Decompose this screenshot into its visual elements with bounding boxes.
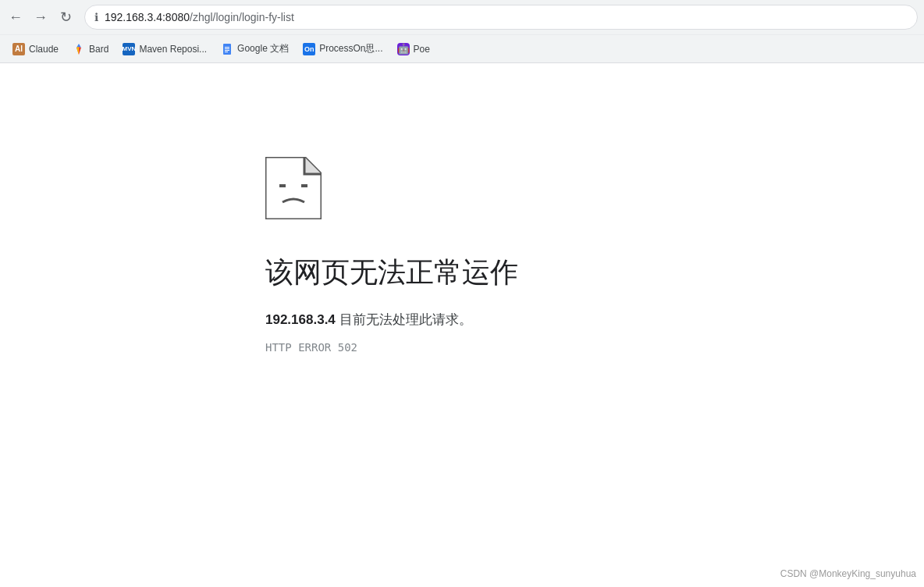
error-icon-container bbox=[265, 157, 322, 222]
url-path: /zhgl/login/login-fy-list bbox=[190, 11, 294, 23]
gdocs-icon bbox=[221, 43, 233, 55]
url-host: 192.168.3.4:8080 bbox=[105, 11, 190, 23]
svg-rect-10 bbox=[301, 184, 307, 187]
bookmark-claude[interactable]: AI Claude bbox=[6, 40, 65, 59]
bookmark-label-poe: Poe bbox=[414, 44, 430, 55]
bookmark-label-claude: Claude bbox=[29, 44, 59, 55]
bookmark-poe[interactable]: 🤖 Poe bbox=[391, 40, 436, 59]
svg-rect-9 bbox=[279, 184, 286, 187]
svg-rect-7 bbox=[225, 52, 228, 52]
claude-icon: AI bbox=[12, 43, 25, 55]
bookmark-maven[interactable]: MVN Maven Reposi... bbox=[116, 40, 213, 59]
processon-icon: On bbox=[303, 43, 315, 55]
error-file-icon bbox=[265, 157, 322, 219]
error-page: 该网页无法正常运作 192.168.3.4 目前无法处理此请求。 HTTP ER… bbox=[0, 63, 924, 587]
bookmark-label-processon: ProcessOn思... bbox=[319, 42, 382, 55]
error-code: HTTP ERROR 502 bbox=[265, 341, 357, 354]
bookmark-label-maven: Maven Reposi... bbox=[139, 44, 207, 55]
svg-rect-4 bbox=[225, 47, 229, 48]
reload-button[interactable]: ↻ bbox=[56, 8, 75, 27]
bookmark-processon[interactable]: On ProcessOn思... bbox=[297, 39, 389, 59]
maven-icon: MVN bbox=[123, 43, 135, 55]
bookmark-label-bard: Bard bbox=[89, 44, 108, 55]
security-info-icon: ℹ bbox=[94, 11, 98, 23]
error-description-text: 目前无法处理此请求。 bbox=[336, 312, 472, 327]
bookmark-label-gdocs: Google 文档 bbox=[237, 42, 289, 55]
bookmark-bard[interactable]: Bard bbox=[66, 40, 115, 59]
nav-icons: ← → ↻ bbox=[6, 8, 75, 27]
watermark: CSDN @MonkeyKing_sunyuhua bbox=[780, 568, 916, 579]
address-bar-row: ← → ↻ ℹ 192.168.3.4:8080/zhgl/login/logi… bbox=[0, 0, 924, 34]
bookmarks-bar: AI Claude Bard MVN Maven Reposi... bbox=[0, 34, 924, 62]
forward-button[interactable]: → bbox=[31, 8, 50, 27]
url-display: 192.168.3.4:8080/zhgl/login/login-fy-lis… bbox=[105, 11, 294, 23]
back-button[interactable]: ← bbox=[6, 8, 25, 27]
bard-icon bbox=[73, 43, 85, 55]
error-ip: 192.168.3.4 bbox=[265, 312, 336, 327]
error-description: 192.168.3.4 目前无法处理此请求。 bbox=[265, 311, 472, 329]
svg-rect-6 bbox=[225, 50, 229, 51]
svg-rect-5 bbox=[225, 48, 229, 49]
poe-icon: 🤖 bbox=[397, 43, 410, 55]
bookmark-gdocs[interactable]: Google 文档 bbox=[215, 39, 295, 59]
address-bar[interactable]: ℹ 192.168.3.4:8080/zhgl/login/login-fy-l… bbox=[84, 5, 918, 30]
browser-chrome: ← → ↻ ℹ 192.168.3.4:8080/zhgl/login/logi… bbox=[0, 0, 924, 63]
error-title: 该网页无法正常运作 bbox=[265, 254, 518, 292]
svg-marker-2 bbox=[76, 47, 79, 55]
